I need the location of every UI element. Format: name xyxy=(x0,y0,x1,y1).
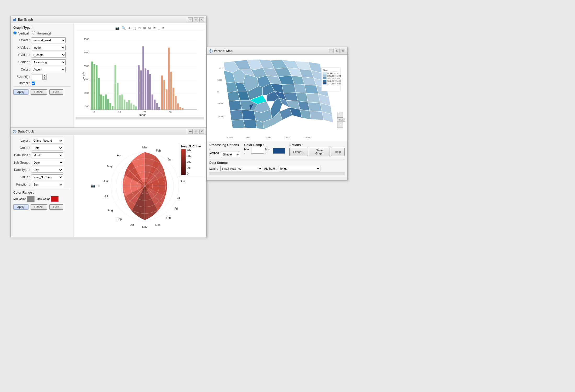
zoom-extent-tool[interactable]: ⊞ xyxy=(142,26,146,31)
clock-apply-btn[interactable]: Apply xyxy=(13,204,28,210)
bar-graph-apply-btn[interactable]: Apply xyxy=(13,89,28,95)
data-clock-window: Data Clock — □ ✕ Layer : Crime_Record Gr… xyxy=(10,128,206,237)
bar-graph-btn-row: Apply Cancel Help xyxy=(13,89,71,95)
clock-camera-tool[interactable]: 📷 xyxy=(90,183,96,188)
data-clock-title: Data Clock xyxy=(13,130,34,133)
clock-function-row: Function : Sum xyxy=(13,182,71,187)
svg-rect-53 xyxy=(163,80,165,109)
voronoi-layer-select[interactable]: small_road_lcc xyxy=(220,166,262,171)
sorting-label: Sorting : xyxy=(13,60,32,64)
clock-function-select[interactable]: Sum xyxy=(32,182,63,187)
size-spinner[interactable]: 70 ▲ ▼ xyxy=(32,74,47,80)
data-clock-minimize[interactable]: — xyxy=(188,129,193,134)
clock-group-select[interactable]: Date xyxy=(32,145,63,151)
layers-select[interactable]: network_road xyxy=(32,37,66,43)
bar-chart-scrollbar[interactable] xyxy=(76,117,204,119)
clock-datetype2-select[interactable]: Day xyxy=(32,167,63,173)
svg-rect-180 xyxy=(323,74,326,77)
xvalue-select[interactable]: fnode_ xyxy=(32,45,66,50)
vertical-radio[interactable] xyxy=(13,31,17,34)
data-clock-win-controls: — □ ✕ xyxy=(188,129,204,134)
min-input[interactable] xyxy=(251,148,264,154)
horizontal-radio-label[interactable]: Horizontal xyxy=(32,31,51,35)
method-row: Method : Simple xyxy=(209,151,240,158)
data-clock-maximize[interactable]: □ xyxy=(194,129,198,134)
svg-text:-5000: -5000 xyxy=(285,136,290,139)
svg-rect-36 xyxy=(124,100,125,110)
bar-graph-help-btn[interactable]: Help xyxy=(49,89,63,95)
voronoi-titlebar: Voronoi Map — □ ✕ xyxy=(207,47,347,55)
svg-text:80.84-2301.20: 80.84-2301.20 xyxy=(327,72,339,74)
voronoi-zoom-out-btn[interactable]: − xyxy=(337,122,343,128)
bar-graph-icon xyxy=(13,18,16,21)
min-label: Min : xyxy=(244,148,250,154)
save-graph-btn[interactable]: Save Graph xyxy=(309,148,330,156)
bar-graph-content: Graph Type : Vertical Horizontal Layers … xyxy=(11,23,206,136)
clock-menu-tool[interactable]: ≡ xyxy=(97,183,100,188)
voronoi-reset-btn[interactable]: RESET xyxy=(337,118,345,122)
size-down-btn[interactable]: ▼ xyxy=(43,77,46,79)
zoom-tool[interactable]: 🔍 xyxy=(121,26,126,31)
bar-graph-minimize[interactable]: — xyxy=(188,17,193,22)
svg-text:Nov: Nov xyxy=(142,225,147,228)
clock-subgroup-select[interactable]: Date xyxy=(32,160,63,165)
horizontal-radio[interactable] xyxy=(32,31,35,34)
size-input[interactable]: 70 xyxy=(32,74,42,80)
svg-marker-145 xyxy=(282,84,296,93)
sorting-row: Sorting : Ascending xyxy=(13,59,71,65)
clock-subgroup-row: Sub Group : Date xyxy=(13,160,71,165)
svg-rect-55 xyxy=(168,48,170,110)
vertical-radio-label[interactable]: Vertical xyxy=(13,31,29,35)
clock-value-select[interactable]: New_NoCrime xyxy=(32,174,63,180)
max-color-swatch[interactable] xyxy=(51,196,59,202)
bar-graph-window: Bar Graph — □ ✕ Graph Type : Vertical Ho… xyxy=(10,16,206,136)
max-color-display[interactable] xyxy=(273,148,285,154)
size-up-btn[interactable]: ▲ xyxy=(43,74,46,77)
clock-help-btn[interactable]: Help xyxy=(49,204,63,210)
clock-layer-select[interactable]: Crime_Record xyxy=(32,138,63,143)
svg-text:-5000: -5000 xyxy=(246,136,251,139)
max-color-label: Max Color xyxy=(37,197,50,200)
svg-rect-29 xyxy=(107,99,109,110)
min-color-label: Min Color xyxy=(13,197,26,200)
crosshair-tool[interactable]: ✚ xyxy=(127,26,131,31)
select-tool[interactable]: ⬚ xyxy=(132,26,136,31)
svg-text:l_length: l_length xyxy=(82,72,85,81)
flag-tool[interactable]: ⚑ xyxy=(152,26,157,31)
color-select[interactable]: Accent xyxy=(32,67,66,72)
bar-graph-close[interactable]: ✕ xyxy=(199,17,204,22)
svg-marker-167 xyxy=(231,119,245,128)
lasso-tool[interactable]: ⬭ xyxy=(137,26,141,31)
voronoi-scrollbar[interactable] xyxy=(209,172,345,175)
sorting-select[interactable]: Ascending xyxy=(32,59,66,65)
clock-datetype1-label: Date Type : xyxy=(13,153,32,157)
svg-text:0: 0 xyxy=(94,111,95,113)
clock-btn-row: Apply Cancel Help xyxy=(13,204,71,210)
svg-rect-52 xyxy=(161,76,163,110)
camera-tool[interactable]: 📷 xyxy=(115,26,120,31)
border-checkbox[interactable] xyxy=(32,82,35,85)
min-color-swatch[interactable] xyxy=(27,196,34,202)
color-range-section: Color Range : Min Color Max Color xyxy=(13,191,71,202)
voronoi-maximize[interactable]: □ xyxy=(335,49,340,53)
voronoi-minimize[interactable]: — xyxy=(329,49,334,53)
yvalue-select[interactable]: l_length xyxy=(32,52,66,58)
export-btn[interactable]: Export... xyxy=(289,148,308,156)
clock-group-row: Group : Date xyxy=(13,145,71,151)
svg-rect-56 xyxy=(170,72,172,109)
clock-scrollbar[interactable] xyxy=(11,237,206,240)
voronoi-attribute-select[interactable]: length xyxy=(279,166,320,171)
data-clock-close[interactable]: ✕ xyxy=(199,129,204,134)
voronoi-zoom-in-btn[interactable]: + xyxy=(337,112,343,118)
menu-tool[interactable]: ≡ xyxy=(162,26,165,31)
svg-text:7744.06-9659.11: 7744.06-9659.11 xyxy=(327,83,341,85)
bar-graph-maximize[interactable]: □ xyxy=(194,17,198,22)
voronoi-close[interactable]: ✕ xyxy=(341,49,345,53)
line-tool[interactable]: ⎯ xyxy=(158,26,161,31)
bar-graph-cancel-btn[interactable]: Cancel xyxy=(31,89,47,95)
pan-tool[interactable]: ⊠ xyxy=(147,26,151,31)
clock-datetype1-select[interactable]: Month xyxy=(32,152,63,158)
clock-cancel-btn[interactable]: Cancel xyxy=(31,204,47,210)
voronoi-help-btn[interactable]: Help xyxy=(331,148,345,156)
method-select[interactable]: Simple xyxy=(221,152,240,157)
